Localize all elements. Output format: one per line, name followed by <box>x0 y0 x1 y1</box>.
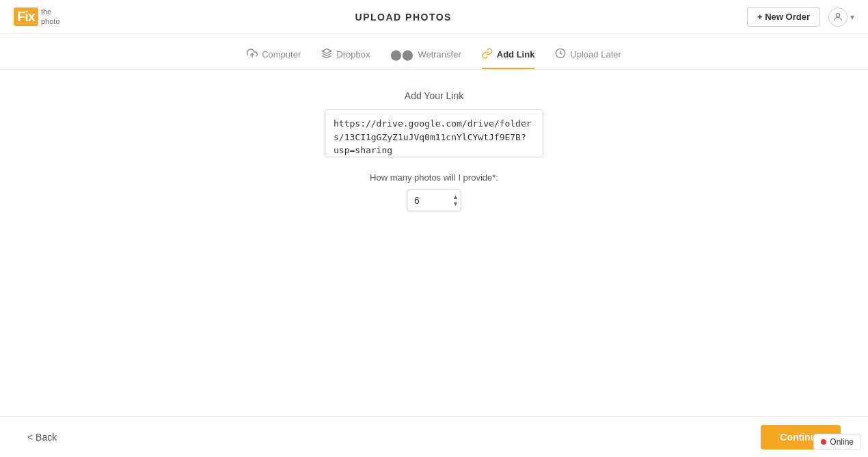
page-title: UPLOAD PHOTOS <box>355 12 452 23</box>
upload-method-tabs: Computer Dropbox ⬤⬤ Wetransfer Add Link … <box>0 34 868 69</box>
tab-computer[interactable]: Computer <box>247 48 301 69</box>
logo-fix-box: Fix <box>14 8 38 26</box>
clock-icon <box>555 48 566 61</box>
main-content: Add Your Link How many photos will I pro… <box>0 70 868 211</box>
header: Fix thephoto UPLOAD PHOTOS + New Order ▾ <box>0 0 868 34</box>
footer: < Back Continue <box>0 416 868 457</box>
tab-upload-later-label: Upload Later <box>570 49 621 60</box>
user-menu[interactable]: ▾ <box>828 8 854 27</box>
link-icon <box>482 48 493 61</box>
logo[interactable]: Fix thephoto <box>14 8 59 26</box>
new-order-button[interactable]: + New Order <box>747 7 820 27</box>
user-avatar-icon <box>828 8 847 27</box>
tab-add-link-label: Add Link <box>497 49 535 60</box>
increment-button[interactable]: ▲ <box>452 194 459 200</box>
number-spinners: ▲ ▼ <box>452 194 459 207</box>
tab-wetransfer-label: Wetransfer <box>418 49 461 60</box>
add-link-section-label: Add Your Link <box>405 90 463 101</box>
tab-dropbox[interactable]: Dropbox <box>321 48 370 69</box>
tab-dropbox-label: Dropbox <box>336 49 370 60</box>
online-label: Online <box>830 437 854 447</box>
user-chevron-icon: ▾ <box>850 12 854 22</box>
dropbox-icon <box>321 48 332 61</box>
computer-icon <box>247 48 258 61</box>
tab-computer-label: Computer <box>262 49 301 60</box>
decrement-button[interactable]: ▼ <box>452 201 459 207</box>
online-dot-icon <box>821 439 826 445</box>
link-input[interactable] <box>325 109 543 157</box>
photos-count-field-wrap: ▲ ▼ <box>407 190 461 211</box>
tab-upload-later[interactable]: Upload Later <box>555 48 621 69</box>
header-right: + New Order ▾ <box>747 7 854 27</box>
svg-point-0 <box>836 13 839 16</box>
photos-count-label: How many photos will I provide*: <box>370 172 498 183</box>
online-badge: Online <box>813 434 861 450</box>
logo-sub-text: thephoto <box>41 8 60 25</box>
tab-add-link[interactable]: Add Link <box>482 48 535 69</box>
wetransfer-icon: ⬤⬤ <box>390 49 413 61</box>
tab-wetransfer[interactable]: ⬤⬤ Wetransfer <box>390 49 461 69</box>
back-button[interactable]: < Back <box>27 432 57 443</box>
